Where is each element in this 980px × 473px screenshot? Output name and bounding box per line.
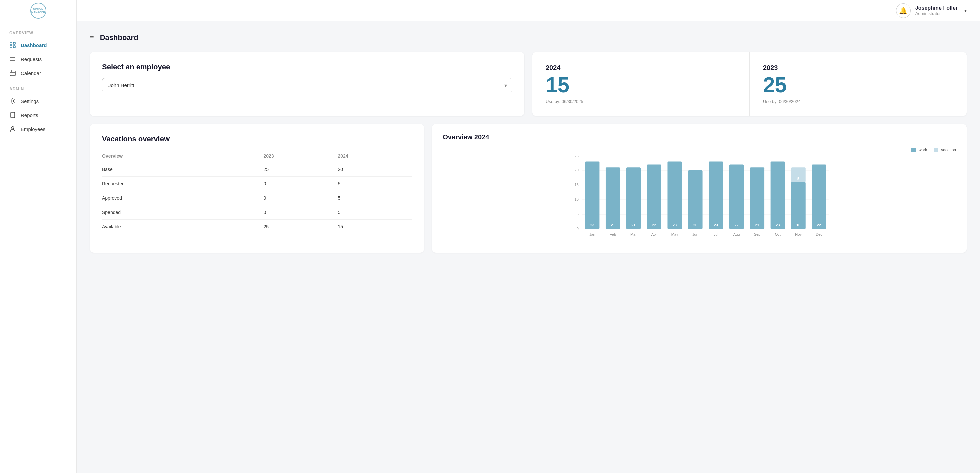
row-label: Base bbox=[102, 162, 263, 176]
bar-work-label: 23 bbox=[673, 223, 677, 227]
legend-work-label: work bbox=[919, 148, 927, 152]
bar-work bbox=[626, 167, 641, 229]
row-val-2023: 25 bbox=[263, 219, 338, 234]
bar-work bbox=[791, 182, 806, 229]
chart-menu-icon[interactable]: ≡ bbox=[952, 133, 956, 141]
gear-icon bbox=[10, 98, 16, 104]
stat-year-2023: 2023 bbox=[763, 64, 778, 71]
logo: SIMPLE MANAGER bbox=[0, 0, 77, 21]
chart-card: Overview 2024 ≡ work vacation bbox=[432, 124, 967, 253]
row-label: Approved bbox=[102, 191, 263, 205]
bar-work bbox=[585, 162, 599, 229]
user-name: Josephine Foller bbox=[915, 5, 958, 11]
employee-select-wrapper: John Herritt ▾ bbox=[102, 78, 512, 92]
svg-rect-1 bbox=[13, 42, 15, 44]
vacations-card: Vacations overview Overview 2023 2024 Ba… bbox=[90, 124, 424, 253]
sidebar-item-label: Settings bbox=[21, 98, 39, 104]
stat-block-2024: 2024 15 Use by: 06/30/2025 bbox=[532, 52, 749, 116]
overview-section-label: Overview bbox=[0, 31, 76, 35]
bar-vacation-label: 5 bbox=[797, 176, 799, 181]
svg-text:20: 20 bbox=[575, 168, 579, 172]
hamburger-icon[interactable]: ≡ bbox=[90, 34, 94, 42]
bar-work bbox=[750, 167, 764, 229]
row-val-2023: 0 bbox=[263, 191, 338, 205]
x-axis-label: Jun bbox=[692, 232, 698, 236]
row-val-2023: 0 bbox=[263, 205, 338, 219]
x-axis-label: Sep bbox=[754, 232, 760, 236]
row-label: Available bbox=[102, 219, 263, 234]
bar-work-label: 21 bbox=[632, 223, 636, 227]
admin-section-label: Admin bbox=[0, 87, 76, 91]
x-axis-label: Aug bbox=[733, 232, 740, 236]
stat-use-by-2023: Use by: 06/30/2024 bbox=[763, 99, 801, 104]
row-val-2024: 15 bbox=[338, 219, 412, 234]
sidebar-item-calendar[interactable]: Calendar bbox=[0, 66, 76, 80]
top-cards-grid: Select an employee John Herritt ▾ 2024 1… bbox=[90, 52, 967, 116]
bar-work-label: 22 bbox=[652, 223, 656, 227]
bar-work-label: 23 bbox=[590, 223, 594, 227]
legend-vacation: vacation bbox=[934, 148, 956, 152]
bar-work bbox=[668, 162, 682, 229]
sidebar-item-label: Reports bbox=[21, 112, 38, 118]
user-menu[interactable]: 🔔 Josephine Foller Administrator ▾ bbox=[896, 3, 967, 18]
sidebar-item-settings[interactable]: Settings bbox=[0, 94, 76, 108]
work-swatch bbox=[912, 148, 916, 152]
row-val-2024: 5 bbox=[338, 205, 412, 219]
bell-icon[interactable]: 🔔 bbox=[896, 3, 911, 18]
svg-text:5: 5 bbox=[577, 212, 579, 216]
bottom-row: Vacations overview Overview 2023 2024 Ba… bbox=[90, 124, 967, 253]
svg-text:0: 0 bbox=[577, 227, 579, 230]
table-row: Base 25 20 bbox=[102, 162, 412, 176]
stat-number-2024: 15 bbox=[546, 74, 570, 95]
col-header-2024: 2024 bbox=[338, 150, 412, 162]
bar-work bbox=[688, 170, 703, 229]
stat-block-2023: 2023 25 Use by: 06/30/2024 bbox=[749, 52, 967, 116]
sidebar-item-label: Calendar bbox=[21, 70, 41, 76]
bar-work-label: 23 bbox=[714, 223, 718, 227]
chevron-down-icon: ▾ bbox=[964, 8, 967, 13]
main-content: ≡ Dashboard Select an employee John Herr… bbox=[77, 21, 980, 473]
employee-select-card: Select an employee John Herritt ▾ bbox=[90, 52, 524, 116]
sidebar-item-requests[interactable]: Requests bbox=[0, 52, 76, 66]
row-val-2023: 25 bbox=[263, 162, 338, 176]
sidebar-item-dashboard[interactable]: Dashboard bbox=[0, 38, 76, 52]
user-role: Administrator bbox=[915, 11, 958, 16]
bar-work-label: 23 bbox=[776, 223, 780, 227]
table-row: Available 25 15 bbox=[102, 219, 412, 234]
grid-icon bbox=[10, 42, 16, 48]
list-icon bbox=[10, 56, 16, 62]
sidebar-item-label: Dashboard bbox=[21, 42, 47, 48]
chart-header: Overview 2024 ≡ bbox=[443, 133, 956, 141]
bar-work-label: 21 bbox=[611, 223, 615, 227]
svg-rect-3 bbox=[13, 46, 15, 48]
row-val-2024: 5 bbox=[338, 176, 412, 191]
bar-work bbox=[771, 162, 785, 229]
bar-work-label: 22 bbox=[817, 223, 821, 227]
stat-year-2024: 2024 bbox=[546, 64, 561, 71]
vacations-table: Overview 2023 2024 Base 25 20 Requested … bbox=[102, 150, 412, 233]
svg-text:10: 10 bbox=[575, 197, 579, 201]
content-header: ≡ Dashboard bbox=[90, 33, 967, 42]
bar-work bbox=[729, 164, 744, 229]
sidebar-item-reports[interactable]: Reports bbox=[0, 108, 76, 122]
chart-title: Overview 2024 bbox=[443, 133, 489, 141]
row-val-2024: 20 bbox=[338, 162, 412, 176]
stat-use-by-2024: Use by: 06/30/2025 bbox=[546, 99, 583, 104]
x-axis-label: Dec bbox=[816, 232, 822, 236]
col-header-overview: Overview bbox=[102, 150, 263, 162]
bar-work bbox=[647, 164, 661, 229]
bar-work bbox=[709, 162, 723, 229]
vacation-swatch bbox=[934, 148, 938, 152]
sidebar-item-employees[interactable]: Employees bbox=[0, 122, 76, 136]
user-info: Josephine Foller Administrator bbox=[915, 5, 958, 16]
svg-point-16 bbox=[12, 127, 14, 129]
x-axis-label: Jul bbox=[714, 232, 718, 236]
table-row: Requested 0 5 bbox=[102, 176, 412, 191]
row-label: Requested bbox=[102, 176, 263, 191]
bar-work-label: 20 bbox=[693, 223, 697, 227]
stats-card: 2024 15 Use by: 06/30/2025 2023 25 Use b… bbox=[532, 52, 967, 116]
employee-select[interactable]: John Herritt bbox=[102, 78, 512, 92]
x-axis-label: Nov bbox=[795, 232, 802, 236]
stat-number-2023: 25 bbox=[763, 74, 787, 95]
row-val-2023: 0 bbox=[263, 176, 338, 191]
